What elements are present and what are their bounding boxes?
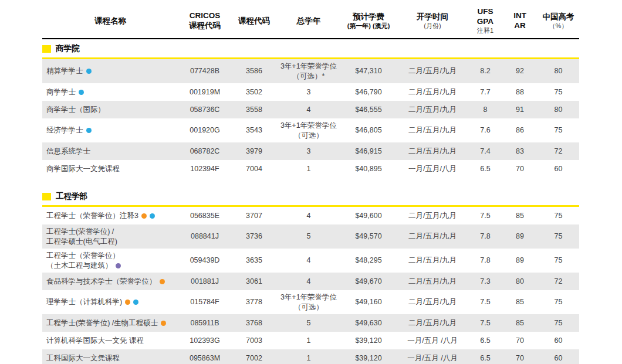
intake-cell: 二月/五月/九月: [397, 297, 468, 307]
fee-cell: $39,120: [340, 353, 397, 363]
course-name-cell: 商学国际大一文凭课程: [42, 164, 178, 174]
cricos-code-cell: 088841J: [178, 232, 231, 241]
fee-cell: $39,120: [340, 336, 397, 345]
blue-dot-icon: [79, 90, 84, 95]
course-code-cell: 7004: [231, 164, 277, 174]
table-row: 商学学士（国际） 058736C 3558 4 $46,555 二月/五月/九月…: [42, 101, 579, 118]
intake-cell: 一月/五月 /八月: [397, 353, 468, 363]
gaokao-cell: 75: [538, 87, 579, 97]
table-row: 计算机科学国际大一文凭 课程 102393G 7003 1 $39,120 一月…: [42, 332, 579, 349]
gaokao-cell: 60: [538, 164, 579, 174]
table-row: 商学学士 001919M 3502 3 $46,790 二月/五月/九月 7.7…: [42, 83, 579, 101]
header-intake: 开学时间 (月份): [397, 7, 468, 35]
gaokao-cell: 80: [538, 105, 579, 114]
course-code-cell: 3768: [231, 318, 277, 328]
int-ar-cell: 85: [502, 318, 538, 328]
total-years-cell: 3年+1年荣誉学位（可选）: [277, 292, 340, 312]
course-name-cell: 工程学士(荣誉学位) /生物工程硕士: [42, 318, 178, 328]
orange-dot-icon: [160, 279, 165, 284]
blue-dot-icon: [86, 69, 92, 74]
course-name-cell: 工程学士(荣誉学位) / 工程学硕士(电气工程): [42, 227, 178, 246]
total-years-cell: 4: [277, 277, 340, 286]
course-name-cell: 商学学士: [42, 87, 178, 97]
course-code-cell: 3979: [231, 147, 277, 156]
course-code-cell: 3502: [231, 87, 277, 97]
table-row: 信息系统学士 068782C 3979 3 $46,915 二月/五月/九月 7…: [42, 142, 579, 160]
table-row: 理学学士（计算机科学) 015784F 3778 3年+1年荣誉学位（可选） $…: [42, 290, 579, 314]
header-course-name: 课程名称: [42, 7, 178, 35]
int-ar-cell: 85: [502, 211, 538, 220]
int-ar-cell: 70: [502, 164, 538, 174]
course-name: 信息系统学士: [46, 147, 90, 155]
course-fee-table: 课程名称 CRICOS 课程代码 课程代码 总学年 预计学费 (第一年) (澳元…: [42, 0, 579, 364]
total-years-cell: 1: [277, 353, 340, 363]
total-years-cell: 3: [277, 147, 340, 156]
gaokao-cell: 60: [538, 336, 579, 345]
table-row: 工程学士(荣誉学位) /生物工程硕士 085911B 3768 5 $49,63…: [42, 314, 579, 332]
course-name: 计算机科学国际大一文凭 课程: [46, 336, 144, 345]
ufs-gpa-cell: 6.5: [468, 353, 502, 363]
gaokao-cell: 75: [538, 318, 579, 328]
table-row: 工程学士(荣誉学位) / 工程学硕士(电气工程) 088841J 3736 5 …: [42, 224, 579, 249]
total-years-cell: 4: [277, 256, 340, 265]
ufs-gpa-cell: 7.5: [468, 211, 502, 220]
cricos-code-cell: 001919M: [178, 87, 231, 97]
gaokao-cell: 72: [538, 147, 579, 156]
table-row: 商学国际大一文凭课程 102394F 7004 1 $40,895 一月/五月/…: [42, 160, 579, 178]
cricos-code-cell: 102393G: [178, 336, 231, 345]
fee-cell: $49,570: [340, 232, 397, 241]
cricos-code-cell: 077428B: [178, 66, 231, 76]
fee-cell: $49,160: [340, 297, 397, 307]
course-name-line2: 工程学硕士(电气工程): [46, 237, 117, 246]
course-name: 工程学士(荣誉学位) /: [46, 227, 114, 236]
ufs-gpa-cell: 7.8: [468, 232, 502, 241]
gaokao-cell: 75: [538, 211, 579, 220]
course-name: 理学学士（计算机科学): [46, 298, 122, 306]
fee-cell: $46,790: [340, 87, 397, 97]
course-code-cell: 7003: [231, 336, 277, 345]
course-name: 商学学士（国际）: [46, 106, 105, 114]
total-years-cell: 3年+1年荣誉学位（可选）: [277, 121, 340, 140]
orange-dot-icon: [161, 321, 166, 326]
table-header-row: 课程名称 CRICOS 课程代码 课程代码 总学年 预计学费 (第一年) (澳元…: [42, 7, 579, 39]
course-code-cell: 3061: [231, 277, 277, 286]
course-name: 工程学士（荣誉学位）: [46, 251, 120, 260]
course-name-cell: 工程学士（荣誉学位）注释3: [42, 211, 178, 220]
header-china-gaokao: 中国高考 （%）: [538, 7, 579, 35]
orange-dot-icon: [141, 213, 147, 219]
total-years-cell: 1: [277, 336, 340, 345]
header-int-ar: INT AR: [502, 7, 538, 35]
table-row: 工程学士（荣誉学位） （土木工程与建筑） 059439D 3635 4 $48,…: [42, 249, 579, 273]
fee-cell: $40,895: [340, 164, 397, 174]
intake-cell: 二月/五月/九月: [397, 211, 468, 220]
course-code-cell: 3778: [231, 297, 277, 307]
cricos-code-cell: 102394F: [178, 164, 231, 174]
course-name: 工程学士（荣誉学位）注释3: [46, 212, 138, 220]
course-code-cell: 7002: [231, 353, 277, 363]
ufs-gpa-cell: 7.4: [468, 147, 502, 156]
total-years-cell: 4: [277, 211, 340, 220]
table-body: 商学院 精算学学士 077428B 3586 3年+1年荣誉学位（可选）* $4…: [42, 39, 579, 364]
ufs-gpa-cell: 7.3: [468, 277, 502, 286]
intake-cell: 二月/五月/九月: [397, 232, 468, 241]
header-course-name-label: 课程名称: [42, 16, 178, 26]
fee-cell: $46,555: [340, 105, 397, 114]
cricos-code-cell: 015784F: [178, 297, 231, 307]
header-estimated-fee: 预计学费 (第一年) (澳元): [340, 7, 397, 35]
gaokao-cell: 75: [538, 232, 579, 241]
int-ar-cell: 70: [502, 336, 538, 345]
gaokao-cell: 60: [538, 353, 579, 363]
course-name: 商学学士: [46, 88, 76, 96]
course-name: 经济学学士: [46, 126, 83, 134]
course-name-cell: 经济学学士: [42, 125, 178, 135]
table-row: 精算学学士 077428B 3586 3年+1年荣誉学位（可选）* $47,31…: [42, 59, 579, 83]
int-ar-cell: 89: [502, 256, 538, 265]
course-name: 工程学士(荣誉学位) /生物工程硕士: [46, 319, 158, 327]
fee-cell: $49,670: [340, 277, 397, 286]
ufs-gpa-cell: 6.5: [468, 164, 502, 174]
course-name-line2: （土木工程与建筑）: [46, 261, 113, 270]
header-course-code: 课程代码: [231, 7, 277, 35]
section-title: 商学院: [56, 43, 80, 54]
total-years-cell: 4: [277, 105, 340, 114]
course-name-cell: 精算学学士: [42, 66, 178, 76]
